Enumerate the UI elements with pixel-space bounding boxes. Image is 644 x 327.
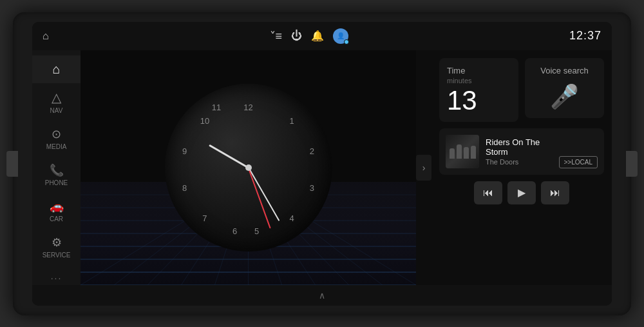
status-bar-left: ⌂ — [43, 30, 49, 42]
car-label: CAR — [50, 215, 63, 223]
sidebar-item-nav[interactable]: △ NAV — [32, 83, 80, 121]
clock-area: 12 1 2 3 4 5 6 7 8 9 10 11 — [80, 50, 416, 285]
home-icon[interactable]: ⌂ — [43, 30, 49, 42]
bell-icon[interactable]: 🔔 — [311, 30, 324, 42]
clock-time: 12:37 — [569, 29, 601, 43]
phone-label: PHONE — [45, 179, 68, 186]
time-widget-subtitle: minutes — [447, 77, 511, 84]
album-art-inner — [446, 135, 479, 168]
figure-2 — [457, 144, 462, 159]
clock-center — [245, 164, 252, 171]
clock-num-12: 12 — [243, 102, 252, 112]
sidebar-item-more[interactable]: ··· — [32, 265, 80, 285]
sidebar-item-home[interactable]: ⌂ — [32, 55, 80, 83]
music-card: Riders On The Storm The Doors >>LOCAL — [439, 128, 604, 175]
service-icon: ⚙ — [52, 235, 62, 250]
sidebar-item-phone[interactable]: 📞 PHONE — [32, 157, 80, 193]
service-label: SERVICE — [43, 252, 71, 259]
controls-row: ⏮ ▶ ⏭ — [439, 181, 604, 204]
clock-num-4: 4 — [289, 213, 294, 223]
next-button[interactable]: ⏭ — [541, 181, 569, 204]
expand-button[interactable]: › — [416, 155, 431, 181]
expand-icon: › — [422, 163, 426, 173]
clock-container: 12 1 2 3 4 5 6 7 8 9 10 11 — [165, 84, 332, 252]
widget-row: Time minutes 13 Voice search 🎤 — [439, 58, 604, 122]
time-widget-value: 13 — [447, 87, 511, 114]
second-hand — [248, 167, 271, 228]
media-label: MEDIA — [46, 143, 67, 150]
hour-hand — [209, 144, 249, 168]
chevron-up-icon[interactable]: ∧ — [319, 290, 325, 301]
minute-hand — [248, 167, 279, 221]
avatar-dot — [344, 39, 349, 45]
screen: ⌂ ˅≡ ⏻ 🔔 👤 12:37 ⌂ — [32, 22, 612, 306]
album-art — [446, 135, 479, 168]
sidebar-item-media[interactable]: ⊙ MEDIA — [32, 121, 80, 157]
bracket-right — [626, 151, 638, 177]
time-widget: Time minutes 13 — [439, 58, 518, 122]
sidebar-item-car[interactable]: 🚗 CAR — [32, 193, 80, 229]
clock-num-1: 1 — [289, 115, 294, 125]
nav-label: NAV — [50, 107, 63, 114]
time-widget-title: Time — [447, 66, 511, 75]
right-panel: Time minutes 13 Voice search 🎤 — [431, 50, 612, 285]
clock-num-7: 7 — [202, 213, 207, 223]
media-icon: ⊙ — [52, 127, 61, 141]
prev-icon: ⏮ — [483, 187, 493, 199]
home-sidebar-icon: ⌂ — [52, 62, 60, 77]
play-button[interactable]: ▶ — [507, 181, 536, 204]
main-content: ⌂ △ NAV ⊙ MEDIA 📞 PHONE 🚗 CAR — [32, 50, 612, 285]
band-silhouette — [450, 144, 476, 159]
power-icon[interactable]: ⏻ — [291, 30, 302, 43]
sidebar: ⌂ △ NAV ⊙ MEDIA 📞 PHONE 🚗 CAR — [32, 50, 80, 285]
clock-num-8: 8 — [182, 183, 187, 192]
clock-num-2: 2 — [310, 146, 314, 155]
more-icon: ··· — [51, 273, 62, 283]
song-title: Riders On The Storm — [486, 137, 553, 157]
clock-num-11: 11 — [212, 102, 221, 112]
next-icon: ⏭ — [550, 187, 560, 199]
voice-widget[interactable]: Voice search 🎤 — [525, 58, 604, 118]
figure-4 — [471, 146, 476, 159]
clock-num-3: 3 — [310, 183, 314, 192]
status-bar: ⌂ ˅≡ ⏻ 🔔 👤 12:37 — [32, 22, 612, 50]
artist-name: The Doors — [486, 158, 553, 166]
bottom-bar: ∧ — [32, 285, 612, 306]
sidebar-item-service[interactable]: ⚙ SERVICE — [32, 229, 80, 265]
avatar[interactable]: 👤 — [333, 28, 348, 44]
clock-face: 12 1 2 3 4 5 6 7 8 9 10 11 — [165, 84, 332, 252]
phone-icon: 📞 — [50, 163, 64, 177]
status-bar-right: 12:37 — [569, 29, 601, 43]
clock-num-9: 9 — [182, 146, 187, 155]
figure-1 — [450, 148, 455, 159]
clock-num-5: 5 — [254, 226, 259, 236]
nav-icon: △ — [52, 90, 61, 105]
clock-num-10: 10 — [200, 115, 209, 125]
prev-button[interactable]: ⏮ — [474, 181, 502, 204]
voice-widget-title: Voice search — [540, 66, 588, 75]
status-bar-center: ˅≡ ⏻ 🔔 👤 — [270, 28, 349, 44]
local-badge[interactable]: >>LOCAL — [559, 156, 598, 168]
microphone-icon: 🎤 — [550, 83, 579, 110]
bracket-left — [6, 151, 18, 177]
car-icon: 🚗 — [50, 199, 64, 213]
music-info: Riders On The Storm The Doors — [486, 137, 553, 166]
play-icon: ▶ — [518, 186, 526, 199]
menu-icon[interactable]: ˅≡ — [270, 29, 283, 43]
figure-3 — [464, 147, 469, 159]
clock-num-6: 6 — [232, 226, 237, 236]
device: ⌂ ˅≡ ⏻ 🔔 👤 12:37 ⌂ — [13, 12, 631, 315]
